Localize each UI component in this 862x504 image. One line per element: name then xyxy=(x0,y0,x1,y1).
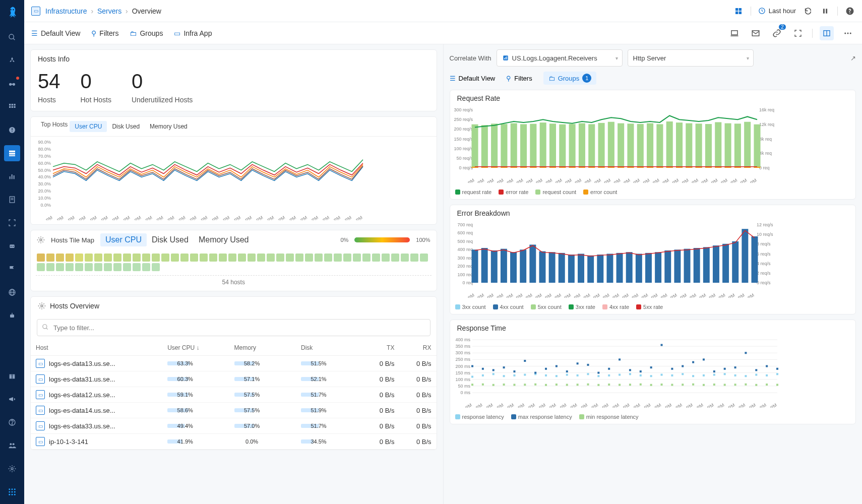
table-row[interactable]: ▭logs-es-data31.us.se... 60.3%57.1%52.1%… xyxy=(31,371,437,387)
tab-user-cpu[interactable]: User CPU xyxy=(100,233,147,246)
host-tile[interactable] xyxy=(401,254,409,262)
col-header[interactable]: User CPU ↓ xyxy=(162,340,229,356)
host-tile[interactable] xyxy=(219,254,227,262)
legend-item[interactable]: max response latency xyxy=(511,414,572,420)
binoculars-icon[interactable] xyxy=(4,76,20,92)
table-row[interactable]: ▭logs-es-data13.us.se... 63.3%58.2%51.5%… xyxy=(31,356,437,371)
settings-icon[interactable] xyxy=(4,461,20,477)
host-tile[interactable] xyxy=(94,254,102,262)
host-tile[interactable] xyxy=(276,254,284,262)
host-tile[interactable] xyxy=(334,254,342,262)
host-tile[interactable] xyxy=(75,254,83,262)
gift-icon[interactable] xyxy=(4,368,20,384)
host-tile[interactable] xyxy=(315,254,323,262)
legend-item[interactable]: 5xx rate xyxy=(636,304,663,310)
host-tile[interactable] xyxy=(104,263,112,271)
announce-icon[interactable] xyxy=(4,391,20,407)
host-tile[interactable] xyxy=(286,254,294,262)
refresh-icon[interactable] xyxy=(803,6,813,16)
breadcrumb-mid[interactable]: Servers xyxy=(97,7,121,15)
gear-icon[interactable] xyxy=(37,236,45,244)
more-icon[interactable] xyxy=(841,26,855,40)
legend-item[interactable]: 3xx count xyxy=(455,304,486,310)
split-view-icon[interactable] xyxy=(820,26,834,40)
pause-icon[interactable] xyxy=(820,6,830,16)
host-tile[interactable] xyxy=(295,254,303,262)
document-icon[interactable] xyxy=(4,192,20,208)
right-filters[interactable]: ⚲Filters xyxy=(506,75,532,82)
host-tile[interactable] xyxy=(133,263,141,271)
bot-icon[interactable] xyxy=(4,307,20,324)
host-tile[interactable] xyxy=(56,263,64,271)
table-row[interactable]: ▭ip-10-1-3-141 41.9%0.0%34.5% 0 B/s0 B/s xyxy=(31,434,437,450)
host-tile[interactable] xyxy=(56,254,64,262)
host-tile[interactable] xyxy=(238,254,246,262)
apps-icon[interactable] xyxy=(4,99,20,115)
filters-button[interactable]: ⚲Filters xyxy=(91,29,118,37)
right-groups-pill[interactable]: 🗀Groups1 xyxy=(543,72,597,85)
rocket-icon[interactable] xyxy=(4,52,20,69)
host-tile[interactable] xyxy=(46,254,54,262)
host-tile[interactable] xyxy=(257,254,265,262)
help-solid-icon[interactable] xyxy=(845,6,855,16)
host-tile[interactable] xyxy=(142,263,150,271)
waffle-icon[interactable] xyxy=(4,484,20,500)
host-tile[interactable] xyxy=(180,254,189,262)
expand-icon[interactable]: ↗ xyxy=(850,54,856,62)
tab-memory-used[interactable]: Memory Used xyxy=(145,121,193,132)
legend-item[interactable]: 4xx count xyxy=(493,304,524,310)
help-icon[interactable] xyxy=(4,414,20,430)
col-header[interactable]: Host xyxy=(31,340,162,356)
host-tile[interactable] xyxy=(66,254,74,262)
host-tile[interactable] xyxy=(85,254,93,262)
col-header[interactable]: TX xyxy=(362,340,399,356)
host-tile[interactable] xyxy=(113,263,121,271)
legend-item[interactable]: 3xx rate xyxy=(569,304,595,310)
host-tile[interactable] xyxy=(37,263,45,271)
right-default-view[interactable]: ☰Default View xyxy=(450,75,496,82)
legend-item[interactable]: error rate xyxy=(499,189,528,195)
gear-icon[interactable] xyxy=(38,302,46,310)
host-tile[interactable] xyxy=(209,254,217,262)
tab-disk-used[interactable]: Disk Used xyxy=(147,233,194,246)
host-tile[interactable] xyxy=(362,254,371,262)
table-row[interactable]: ▭logs-es-data12.us.se... 59.1%57.5%51.7%… xyxy=(31,387,437,403)
chart-icon[interactable] xyxy=(4,168,20,184)
robot-icon[interactable] xyxy=(4,238,20,254)
host-tile[interactable] xyxy=(152,263,160,271)
host-tile[interactable] xyxy=(267,254,275,262)
correlate-target-dropdown[interactable]: Http Server▾ xyxy=(628,49,754,67)
host-tile[interactable] xyxy=(410,254,418,262)
host-tile[interactable] xyxy=(391,254,399,262)
host-tile[interactable] xyxy=(113,254,121,262)
table-row[interactable]: ▭logs-es-data33.us.se... 49.4%57.0%51.7%… xyxy=(31,418,437,434)
col-header[interactable]: Disk xyxy=(296,340,362,356)
host-tile[interactable] xyxy=(305,254,313,262)
host-tile[interactable] xyxy=(66,263,74,271)
host-tile[interactable] xyxy=(75,263,83,271)
host-tile[interactable] xyxy=(228,254,236,262)
host-tile[interactable] xyxy=(133,254,141,262)
host-tile[interactable] xyxy=(123,254,131,262)
mail-icon[interactable] xyxy=(749,26,763,40)
scan-icon[interactable] xyxy=(4,215,20,231)
host-tile[interactable] xyxy=(37,254,45,262)
col-header[interactable]: Memory xyxy=(229,340,296,356)
host-tile[interactable] xyxy=(94,263,102,271)
host-tile[interactable] xyxy=(324,254,332,262)
host-tile[interactable] xyxy=(353,254,361,262)
host-tile[interactable] xyxy=(248,254,256,262)
tab-memory-used[interactable]: Memory Used xyxy=(194,233,254,246)
legend-item[interactable]: 4xx rate xyxy=(602,304,629,310)
search-icon[interactable] xyxy=(4,29,20,45)
time-range-selector[interactable]: Last hour xyxy=(758,7,796,15)
legend-item[interactable]: response latency xyxy=(455,414,504,420)
infrastructure-icon[interactable] xyxy=(4,145,20,161)
legend-item[interactable]: request rate xyxy=(455,189,492,195)
table-row[interactable]: ▭logs-es-data14.us.se... 58.6%57.5%51.9%… xyxy=(31,403,437,418)
col-header[interactable]: RX xyxy=(399,340,436,356)
host-tile[interactable] xyxy=(46,263,54,271)
breadcrumb-root[interactable]: Infrastructure xyxy=(45,7,87,15)
link-icon[interactable]: 2 xyxy=(770,26,784,40)
legend-item[interactable]: 5xx count xyxy=(531,304,562,310)
